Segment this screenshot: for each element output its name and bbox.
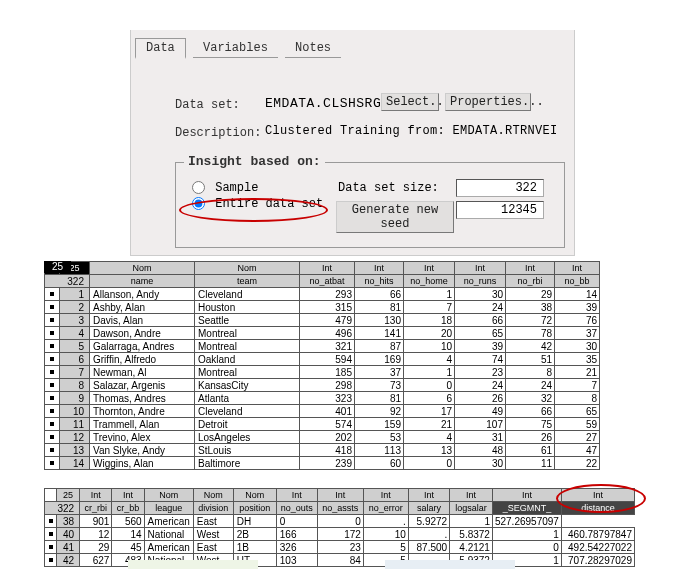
decorative-block-2 [385, 560, 515, 569]
radio-entire[interactable]: Entire data set [192, 197, 323, 211]
insight-group: Insight based on: Sample Entire data set… [175, 162, 565, 248]
select-button[interactable]: Select... [381, 93, 439, 111]
properties-button[interactable]: Properties... [445, 93, 531, 111]
insight-title: Insight based on: [184, 154, 325, 169]
description-label: Description: [175, 126, 261, 140]
radio-sample[interactable]: Sample [192, 181, 258, 195]
tab-row: Data Variables Notes [135, 38, 341, 59]
radio-sample-label: Sample [215, 181, 258, 195]
tab-notes[interactable]: Notes [285, 39, 341, 58]
radio-entire-label: Entire data set [215, 197, 323, 211]
generate-seed-button[interactable]: Generate new seed [336, 201, 454, 233]
tab-data[interactable]: Data [135, 38, 186, 59]
decorative-block-1 [128, 560, 258, 569]
dataset-size-field[interactable]: 322 [456, 179, 544, 197]
dialog-panel: Data Variables Notes Data set: EMDATA.CL… [130, 30, 575, 256]
dataset-label: Data set: [175, 98, 240, 112]
description-value: Clustered Training from: EMDATA.RTRNVEI [265, 124, 565, 138]
dataset-size-label: Data set size: [338, 181, 439, 195]
seed-field[interactable]: 12345 [456, 201, 544, 219]
data-grid-extended[interactable]: 25IntIntNomNomNomIntIntIntIntIntIntInt32… [44, 488, 635, 567]
tab-variables[interactable]: Variables [193, 39, 278, 58]
dataset-value: EMDATA.CLSHSRGQ [265, 96, 390, 111]
grid-cursor-cell: 25 [44, 261, 71, 273]
data-grid-main[interactable]: 25NomNomIntIntIntIntIntInt322nameteamno_… [44, 261, 635, 470]
